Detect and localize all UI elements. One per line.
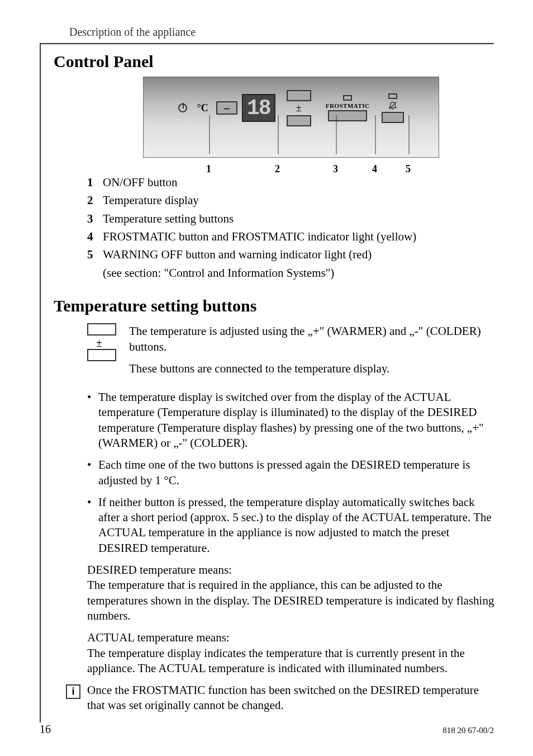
- frostmatic-label: FROSTMATIC: [326, 102, 370, 109]
- frostmatic-block: FROSTMATIC: [326, 95, 370, 121]
- bullet-marker: •: [87, 495, 98, 556]
- legend-text: Temperature setting buttons: [103, 211, 495, 226]
- minus-button-graphic-2: [287, 115, 311, 126]
- plus-button-graphic: [287, 90, 311, 101]
- legend-num: 2: [87, 192, 103, 208]
- legend-item: 5 WARNING OFF button and warning indicat…: [87, 247, 495, 262]
- info-block: i Once the FROSTMATIC function has been …: [66, 683, 495, 714]
- actual-text: The temperature display indicates the te…: [87, 646, 495, 677]
- page-header: Description of the appliance: [69, 26, 196, 39]
- info-text: Once the FROSTMATIC function has been sw…: [87, 683, 495, 714]
- bullet-list: • The temperature display is switched ov…: [87, 390, 495, 556]
- actual-heading: ACTUAL temperature means:: [87, 630, 495, 645]
- legend-item: 1 ON/OFF button: [87, 174, 495, 190]
- bullet-text: Each time one of the two buttons is pres…: [98, 457, 495, 488]
- control-panel-diagram-container: °C – 18 ± FROSTMATIC: [87, 77, 495, 163]
- margin-horizontal-rule: [40, 43, 494, 44]
- plus-minus-icon-block: ±: [87, 323, 118, 382]
- callout-4: 4: [372, 163, 377, 175]
- plus-icon-graphic: [87, 323, 116, 336]
- legend-subtext: (see section: "Control and Information S…: [103, 265, 495, 281]
- intro-para-2: These buttons are connected to the tempe…: [129, 361, 495, 376]
- warning-button-graphic: [382, 112, 404, 123]
- callout-2: 2: [275, 163, 280, 175]
- warning-indicator: [388, 93, 397, 99]
- temp-intro-row: ± The temperature is adjusted using the …: [87, 323, 495, 382]
- plus-minus-icon-symbol: ±: [87, 337, 118, 349]
- plus-minus-symbol: ±: [287, 102, 311, 114]
- callout-3: 3: [333, 163, 338, 175]
- legend-item: 2 Temperature display: [87, 192, 495, 208]
- bell-mute-icon: [388, 101, 398, 111]
- legend-text: FROSTMATIC button and FROSTMATIC indicat…: [103, 229, 495, 244]
- section-temp-buttons-title: Temperature setting buttons: [54, 296, 495, 315]
- legend-list: 1 ON/OFF button 2 Temperature display 3 …: [87, 174, 495, 281]
- temperature-display-graphic: 18: [242, 94, 275, 122]
- bullet-marker: •: [87, 390, 98, 451]
- legend-num: 4: [87, 229, 103, 244]
- legend-text: ON/OFF button: [103, 174, 495, 190]
- legend-text: WARNING OFF button and warning indicator…: [103, 247, 495, 262]
- desired-block: DESIRED temperature means: The temperatu…: [87, 563, 495, 623]
- minus-icon-graphic: [87, 349, 116, 361]
- intro-text: The temperature is adjusted using the „+…: [129, 323, 495, 382]
- callout-5: 5: [406, 163, 411, 175]
- actual-block: ACTUAL temperature means: The temperatur…: [87, 630, 495, 676]
- legend-num: 1: [87, 174, 103, 190]
- legend-num: 3: [87, 211, 103, 226]
- frostmatic-indicator: [343, 95, 352, 101]
- frostmatic-button-graphic: [328, 110, 367, 121]
- info-icon: i: [66, 684, 80, 699]
- control-panel-diagram: °C – 18 ± FROSTMATIC: [143, 77, 439, 158]
- legend-num: 5: [87, 247, 103, 262]
- document-id: 818 20 67-00/2: [442, 726, 494, 735]
- bullet-marker: •: [87, 457, 98, 488]
- minus-button-graphic: –: [216, 101, 237, 115]
- plus-minus-block: ±: [287, 90, 311, 126]
- bullet-text: The temperature display is switched over…: [98, 390, 495, 451]
- callout-1: 1: [206, 163, 211, 175]
- margin-vertical-rule: [40, 43, 41, 722]
- intro-para-1: The temperature is adjusted using the „+…: [129, 323, 495, 355]
- desired-text: The temperature that is required in the …: [87, 578, 495, 623]
- warning-block: [382, 93, 404, 123]
- desired-heading: DESIRED temperature means:: [87, 563, 495, 578]
- celsius-label: °C: [197, 102, 208, 114]
- bullet-item: • If neither button is pressed, the temp…: [87, 495, 495, 556]
- legend-text: Temperature display: [103, 192, 495, 208]
- power-icon: [178, 103, 187, 112]
- legend-item: 4 FROSTMATIC button and FROSTMATIC indic…: [87, 229, 495, 244]
- page-number: 16: [40, 723, 51, 736]
- legend-item: 3 Temperature setting buttons: [87, 211, 495, 226]
- bullet-item: • The temperature display is switched ov…: [87, 390, 495, 451]
- bullet-text: If neither button is pressed, the temper…: [98, 495, 495, 556]
- section-control-panel-title: Control Panel: [54, 52, 495, 71]
- bullet-item: • Each time one of the two buttons is pr…: [87, 457, 495, 488]
